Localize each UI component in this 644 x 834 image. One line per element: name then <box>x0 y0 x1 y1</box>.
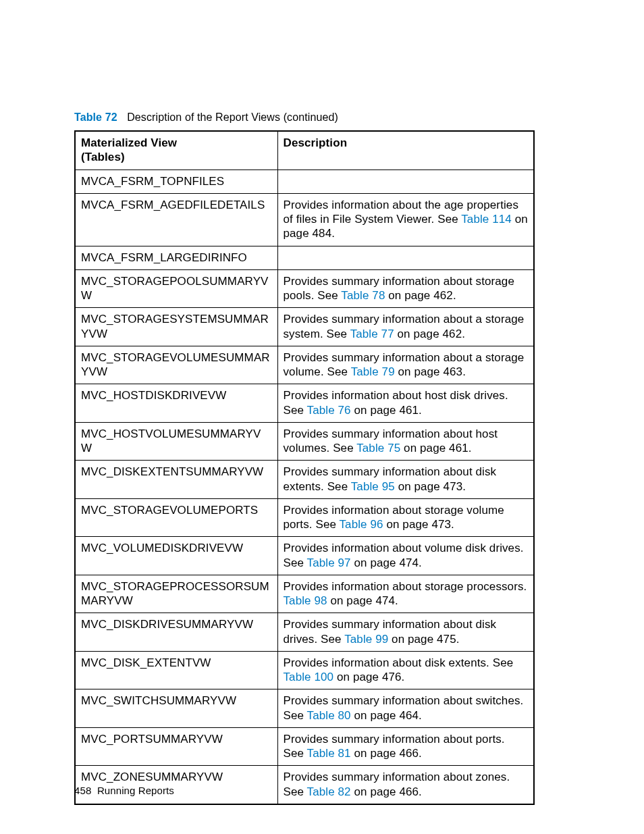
description-text-after: on page 466. <box>351 747 422 760</box>
description-cell: Provides information about host disk dri… <box>277 384 534 423</box>
description-text-after: on page 476. <box>333 671 404 683</box>
table-reference-link[interactable]: Table 82 <box>307 785 351 798</box>
description-text-after: on page 473. <box>395 480 466 493</box>
table-reference-link[interactable]: Table 81 <box>307 747 351 760</box>
description-cell: Provides summary information about a sto… <box>277 346 534 384</box>
view-name-cell: MVC_STORAGEPOOLSUMMARYVW <box>75 269 277 308</box>
table-row: MVC_HOSTVOLUMESUMMARYVWProvides summary … <box>75 422 534 461</box>
table-reference-link[interactable]: Table 95 <box>351 480 395 493</box>
view-name-cell: MVC_STORAGEVOLUMEPORTS <box>75 498 277 537</box>
description-cell: Provides information about disk extents.… <box>277 651 534 689</box>
table-header-col2: Description <box>277 131 534 170</box>
table-caption-label: Table 72 <box>74 111 117 123</box>
description-cell: Provides information about storage proce… <box>277 575 534 613</box>
table-header-col1-line2: (Tables) <box>81 151 125 163</box>
description-text-after: on page 474. <box>351 556 422 569</box>
table-header-row: Materialized View (Tables) Description <box>75 131 534 170</box>
table-reference-link[interactable]: Table 96 <box>340 518 383 531</box>
description-text: Provides information about disk extents.… <box>284 656 514 669</box>
table-header-col1-line1: Materialized View <box>81 136 177 149</box>
description-text-after: on page 462. <box>394 328 465 340</box>
table-row: MVC_PORTSUMMARYVWProvides summary inform… <box>75 727 534 766</box>
table-row: MVC_SWITCHSUMMARYVWProvides summary info… <box>75 689 534 728</box>
report-views-table: Materialized View (Tables) Description M… <box>74 130 535 805</box>
view-name-cell: MVC_HOSTDISKDRIVEVW <box>75 384 277 423</box>
table-caption: Table 72 Description of the Report Views… <box>74 111 533 124</box>
view-name-cell: MVC_STORAGEPROCESSORSUMMARYVW <box>75 575 277 613</box>
description-cell: Provides summary information about switc… <box>277 689 534 728</box>
description-text-after: on page 461. <box>351 404 422 417</box>
description-text-after: on page 462. <box>385 289 456 302</box>
view-name-cell: MVC_STORAGEVOLUMESUMMARYVW <box>75 346 277 384</box>
table-row: MVC_STORAGEPOOLSUMMARYVWProvides summary… <box>75 269 534 308</box>
view-name-cell: MVC_SWITCHSUMMARYVW <box>75 689 277 728</box>
description-cell: Provides summary information about a sto… <box>277 308 534 346</box>
view-name-cell: MVC_HOSTVOLUMESUMMARYVW <box>75 422 277 461</box>
table-reference-link[interactable]: Table 76 <box>307 404 351 417</box>
table-row: MVC_VOLUMEDISKDRIVEVWProvides informatio… <box>75 537 534 575</box>
view-name-cell: MVC_STORAGESYSTEMSUMMARYVW <box>75 308 277 346</box>
view-name-cell: MVCA_FSRM_LARGEDIRINFO <box>75 246 277 269</box>
description-text-after: on page 461. <box>400 442 471 454</box>
table-row: MVCA_FSRM_LARGEDIRINFO <box>75 246 534 269</box>
view-name-cell: MVC_VOLUMEDISKDRIVEVW <box>75 537 277 575</box>
table-row: MVCA_FSRM_AGEDFILEDETAILSProvides inform… <box>75 193 534 246</box>
description-text-after: on page 475. <box>388 633 459 646</box>
table-row: MVC_STORAGESYSTEMSUMMARYVWProvides summa… <box>75 308 534 346</box>
description-cell: Provides summary information about ports… <box>277 727 534 766</box>
description-cell: Provides summary information about zones… <box>277 766 534 804</box>
description-cell: Provides summary information about disk … <box>277 461 534 499</box>
description-cell: Provides information about storage volum… <box>277 498 534 537</box>
description-text: Provides information about storage proce… <box>284 580 527 593</box>
view-name-cell: MVCA_FSRM_AGEDFILEDETAILS <box>75 193 277 246</box>
description-cell: Provides information about volume disk d… <box>277 537 534 575</box>
description-cell: Provides summary information about disk … <box>277 613 534 652</box>
view-name-cell: MVC_DISKEXTENTSUMMARYVW <box>75 461 277 499</box>
table-reference-link[interactable]: Table 97 <box>307 556 351 569</box>
description-text-after: on page 463. <box>395 365 466 378</box>
page-footer: 458 Running Reports <box>74 785 174 796</box>
table-row: MVC_DISKDRIVESUMMARYVWProvides summary i… <box>75 613 534 652</box>
table-reference-link[interactable]: Table 79 <box>351 365 395 378</box>
description-text-after: on page 473. <box>383 518 454 531</box>
description-cell: Provides summary information about stora… <box>277 269 534 308</box>
table-row: MVCA_FSRM_TOPNFILES <box>75 170 534 193</box>
view-name-cell: MVCA_FSRM_TOPNFILES <box>75 170 277 193</box>
table-reference-link[interactable]: Table 80 <box>307 709 351 722</box>
description-cell <box>277 246 534 269</box>
table-reference-link[interactable]: Table 77 <box>350 328 394 340</box>
view-name-cell: MVC_DISKDRIVESUMMARYVW <box>75 613 277 652</box>
table-reference-link[interactable]: Table 114 <box>461 213 512 226</box>
footer-section: Running Reports <box>97 785 174 796</box>
table-row: MVC_STORAGEVOLUMEPORTSProvides informati… <box>75 498 534 537</box>
table-reference-link[interactable]: Table 100 <box>284 671 334 683</box>
description-cell: Provides summary information about host … <box>277 422 534 461</box>
description-text-after: on page 466. <box>351 785 422 798</box>
table-reference-link[interactable]: Table 75 <box>356 442 400 454</box>
table-row: MVC_HOSTDISKDRIVEVWProvides information … <box>75 384 534 423</box>
table-reference-link[interactable]: Table 78 <box>341 289 385 302</box>
table-reference-link[interactable]: Table 99 <box>344 633 388 646</box>
view-name-cell: MVC_PORTSUMMARYVW <box>75 727 277 766</box>
table-row: MVC_STORAGEPROCESSORSUMMARYVWProvides in… <box>75 575 534 613</box>
table-header-col1: Materialized View (Tables) <box>75 131 277 170</box>
description-text-after: on page 474. <box>327 594 398 607</box>
view-name-cell: MVC_DISK_EXTENTVW <box>75 651 277 689</box>
description-cell: Provides information about the age prope… <box>277 193 534 246</box>
footer-page-number: 458 <box>74 785 91 796</box>
table-caption-text: Description of the Report Views (continu… <box>127 111 338 123</box>
description-cell <box>277 170 534 193</box>
table-reference-link[interactable]: Table 98 <box>284 594 327 607</box>
description-text-after: on page 464. <box>351 709 422 722</box>
table-row: MVC_DISK_EXTENTVWProvides information ab… <box>75 651 534 689</box>
table-row: MVC_DISKEXTENTSUMMARYVWProvides summary … <box>75 461 534 499</box>
table-row: MVC_STORAGEVOLUMESUMMARYVWProvides summa… <box>75 346 534 384</box>
